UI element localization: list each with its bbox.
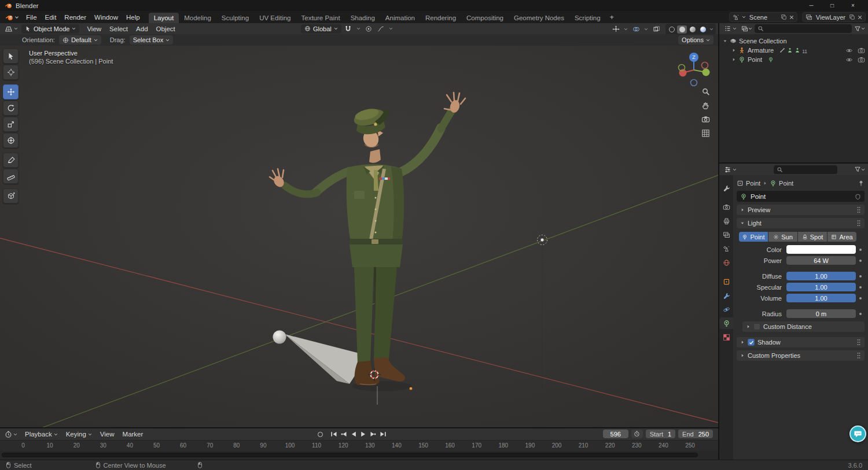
shading-options-button[interactable] (708, 24, 715, 34)
viewport-3d[interactable]: User Perspective (596) Scene Collection … (0, 46, 718, 427)
view-layer-selector[interactable]: ViewLayer (802, 12, 866, 22)
timeline-scrollbar[interactable] (2, 453, 698, 457)
disable-render-camera-icon[interactable] (858, 47, 865, 54)
viewport-menu-item[interactable]: Select (105, 25, 132, 33)
viewport-menu-item[interactable]: Add (132, 25, 152, 33)
workspace-tab[interactable]: Texture Paint (296, 13, 345, 23)
viewport-menu-item[interactable]: View (83, 25, 105, 33)
shading-rendered-button[interactable] (698, 25, 708, 34)
data-name-field[interactable]: Point (737, 191, 865, 202)
panel-drag-dots-icon[interactable] (856, 352, 861, 359)
tool-transform[interactable] (3, 133, 19, 148)
timeline-menu-item[interactable]: Keying (62, 430, 96, 438)
outliner-filter-button[interactable] (854, 24, 866, 34)
properties-tab-physics[interactable] (719, 304, 733, 315)
timeline-menu-item[interactable]: Playback (21, 430, 62, 438)
scene-selector[interactable]: Scene (729, 12, 797, 22)
animate-dot[interactable] (856, 313, 865, 315)
add-workspace-button[interactable]: + (606, 12, 618, 23)
mode-selector[interactable]: Object Mode (21, 24, 79, 34)
outliner-row-scene-collection[interactable]: Scene Collection (719, 36, 868, 46)
timeline-menu-item[interactable]: View (96, 430, 119, 438)
viewport-menu-item[interactable]: Object (152, 25, 179, 33)
tool-cursor[interactable] (3, 65, 19, 80)
gizmo-x-neg-axis[interactable] (702, 62, 708, 69)
shading-material-button[interactable] (687, 25, 697, 34)
panel-drag-dots-icon[interactable] (856, 220, 861, 227)
properties-tab-object-data[interactable] (719, 317, 733, 329)
animate-dot[interactable] (856, 249, 865, 251)
light-type-area-button[interactable]: Area (827, 232, 856, 242)
current-frame-field[interactable]: 596 (603, 430, 628, 438)
camera-view-icon[interactable] (701, 115, 710, 124)
menubar-item[interactable]: Window (90, 13, 122, 22)
orientation-dropdown[interactable]: Default (59, 35, 101, 45)
show-gizmo-toggle[interactable] (610, 24, 621, 34)
custom-distance-checkbox[interactable] (753, 323, 760, 330)
workspace-tab[interactable]: Modeling (179, 13, 216, 23)
panel-light-header[interactable]: Light (737, 218, 865, 228)
menubar-item[interactable]: Render (60, 13, 90, 22)
navigation-gizmo[interactable]: Z (675, 50, 712, 87)
zoom-icon[interactable] (701, 87, 710, 96)
outliner-row-armature[interactable]: Armature 11 (719, 46, 868, 55)
use-preview-range-toggle[interactable] (631, 430, 643, 438)
play-button[interactable] (359, 430, 367, 439)
assistant-chat-button[interactable] (849, 425, 866, 442)
volume-slider[interactable]: 1.00 (786, 294, 856, 302)
properties-tab-output[interactable] (719, 215, 733, 227)
properties-tab-render[interactable] (719, 201, 733, 213)
editor-type-button-viewport[interactable] (2, 25, 20, 33)
new-view-layer-icon[interactable] (849, 14, 855, 20)
transform-orientation-selector[interactable]: Global (301, 24, 341, 34)
tool-add-cube[interactable] (3, 188, 19, 203)
jump-to-end-button[interactable] (378, 430, 387, 439)
editor-type-button-timeline[interactable] (2, 431, 20, 438)
tool-annotate[interactable] (3, 153, 19, 168)
panel-drag-dots-icon[interactable] (856, 339, 861, 346)
shading-wireframe-button[interactable] (667, 25, 676, 34)
remove-view-layer-icon[interactable] (858, 15, 862, 20)
disable-render-camera-icon[interactable] (858, 56, 865, 64)
panel-custom-properties-header[interactable]: Custom Properties (737, 350, 865, 361)
workspace-tab[interactable]: Compositing (461, 13, 509, 23)
properties-tab-tool[interactable] (719, 182, 733, 194)
workspace-tab[interactable]: Scripting (569, 13, 606, 23)
outliner-search-input[interactable] (755, 24, 852, 33)
maximize-button[interactable]: □ (822, 0, 843, 11)
animate-dot[interactable] (856, 297, 865, 299)
tool-move[interactable] (3, 84, 19, 99)
timeline-menu-item[interactable]: Marker (119, 430, 148, 438)
light-type-spot-button[interactable]: Spot (798, 232, 827, 242)
breadcrumb-data[interactable]: Point (779, 180, 793, 187)
light-type-sun-button[interactable]: Sun (768, 232, 797, 242)
pin-id-button[interactable] (858, 179, 865, 187)
show-overlays-toggle[interactable] (631, 24, 641, 34)
animate-dot[interactable] (856, 275, 865, 277)
drag-dropdown[interactable]: Select Box (130, 35, 174, 45)
expand-arrow-icon[interactable] (731, 57, 736, 62)
workspace-tab[interactable]: Layout (149, 13, 179, 23)
new-scene-icon[interactable] (781, 14, 787, 20)
overlays-options-button[interactable] (643, 24, 649, 34)
gizmo-y-axis[interactable] (703, 69, 710, 76)
menubar-item[interactable]: Edit (41, 13, 61, 22)
workspace-tab[interactable]: UV Editing (254, 13, 296, 23)
editor-type-button-outliner[interactable] (722, 25, 739, 32)
previous-keyframe-button[interactable] (339, 430, 348, 439)
tool-rotate[interactable] (3, 101, 19, 116)
properties-tab-object[interactable] (719, 276, 733, 287)
snap-toggle[interactable] (343, 24, 354, 34)
properties-filter-button[interactable] (854, 165, 866, 175)
radius-field[interactable]: 0 m (786, 309, 856, 318)
properties-tab-scene[interactable] (719, 243, 733, 254)
frame-start-field[interactable]: Start 1 (646, 430, 675, 438)
proportional-falloff-button[interactable] (376, 24, 386, 34)
panel-custom-distance-header[interactable]: Custom Distance (742, 321, 865, 332)
close-button[interactable]: × (843, 0, 863, 11)
auto-keying-toggle[interactable] (316, 430, 325, 439)
minimize-button[interactable]: ─ (801, 0, 822, 11)
properties-tab-modifiers[interactable] (719, 290, 733, 301)
properties-tab-view-layer[interactable] (719, 229, 733, 240)
gizmo-z-neg-axis[interactable] (691, 80, 697, 86)
